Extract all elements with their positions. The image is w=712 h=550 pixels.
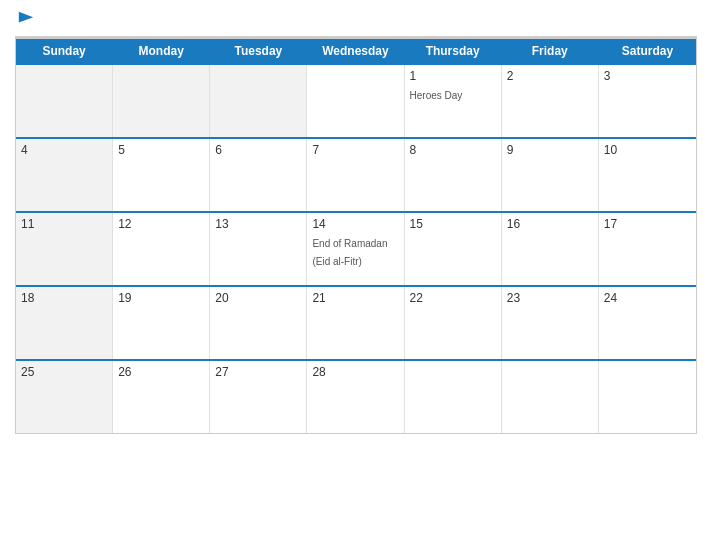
cal-cell: 13 (210, 213, 307, 285)
day-number: 5 (118, 143, 204, 157)
cal-cell: 19 (113, 287, 210, 359)
cal-cell (599, 361, 696, 433)
day-number: 18 (21, 291, 107, 305)
cal-cell: 5 (113, 139, 210, 211)
header-thursday: Thursday (405, 39, 502, 63)
week-row-4: 25262728 (16, 359, 696, 433)
cal-cell: 23 (502, 287, 599, 359)
cal-cell: 26 (113, 361, 210, 433)
week-row-3: 18192021222324 (16, 285, 696, 359)
day-number: 12 (118, 217, 204, 231)
logo (15, 10, 35, 28)
day-number: 13 (215, 217, 301, 231)
day-number: 19 (118, 291, 204, 305)
cal-cell: 9 (502, 139, 599, 211)
header-tuesday: Tuesday (210, 39, 307, 63)
day-number: 8 (410, 143, 496, 157)
calendar-body: 1Heroes Day234567891011121314End of Rama… (16, 63, 696, 433)
cal-cell: 27 (210, 361, 307, 433)
day-number: 15 (410, 217, 496, 231)
day-number: 26 (118, 365, 204, 379)
header-wednesday: Wednesday (307, 39, 404, 63)
day-number: 14 (312, 217, 398, 231)
day-number: 24 (604, 291, 691, 305)
holiday-label: End of Ramadan (Eid al-Fitr) (312, 238, 387, 267)
cal-cell (210, 65, 307, 137)
day-number: 27 (215, 365, 301, 379)
day-number: 10 (604, 143, 691, 157)
day-number: 7 (312, 143, 398, 157)
cal-cell: 6 (210, 139, 307, 211)
week-row-0: 1Heroes Day23 (16, 63, 696, 137)
cal-cell: 16 (502, 213, 599, 285)
cal-cell: 4 (16, 139, 113, 211)
day-number: 23 (507, 291, 593, 305)
cal-cell: 14End of Ramadan (Eid al-Fitr) (307, 213, 404, 285)
day-number: 16 (507, 217, 593, 231)
cal-cell (113, 65, 210, 137)
cal-cell: 15 (405, 213, 502, 285)
day-number: 21 (312, 291, 398, 305)
day-number: 17 (604, 217, 691, 231)
day-number: 2 (507, 69, 593, 83)
day-number: 1 (410, 69, 496, 83)
header-saturday: Saturday (599, 39, 696, 63)
week-row-2: 11121314End of Ramadan (Eid al-Fitr)1516… (16, 211, 696, 285)
cal-cell: 11 (16, 213, 113, 285)
cal-cell (502, 361, 599, 433)
cal-cell: 8 (405, 139, 502, 211)
header-sunday: Sunday (16, 39, 113, 63)
day-number: 6 (215, 143, 301, 157)
cal-cell: 25 (16, 361, 113, 433)
logo-flag-icon (17, 10, 35, 28)
cal-cell: 3 (599, 65, 696, 137)
day-number: 3 (604, 69, 691, 83)
cal-cell: 2 (502, 65, 599, 137)
header-monday: Monday (113, 39, 210, 63)
day-number: 22 (410, 291, 496, 305)
cal-cell (405, 361, 502, 433)
day-number: 9 (507, 143, 593, 157)
day-number: 20 (215, 291, 301, 305)
day-number: 4 (21, 143, 107, 157)
header-friday: Friday (502, 39, 599, 63)
cal-cell: 24 (599, 287, 696, 359)
day-number: 11 (21, 217, 107, 231)
cal-cell: 28 (307, 361, 404, 433)
calendar-page: Sunday Monday Tuesday Wednesday Thursday… (0, 0, 712, 550)
week-row-1: 45678910 (16, 137, 696, 211)
cal-cell (16, 65, 113, 137)
day-number: 28 (312, 365, 398, 379)
cal-cell: 18 (16, 287, 113, 359)
calendar-grid: Sunday Monday Tuesday Wednesday Thursday… (15, 38, 697, 434)
header (15, 10, 697, 28)
svg-marker-0 (19, 12, 33, 23)
cal-cell: 21 (307, 287, 404, 359)
weekday-header-row: Sunday Monday Tuesday Wednesday Thursday… (16, 39, 696, 63)
cal-cell: 7 (307, 139, 404, 211)
cal-cell: 22 (405, 287, 502, 359)
day-number: 25 (21, 365, 107, 379)
holiday-label: Heroes Day (410, 90, 463, 101)
cal-cell: 12 (113, 213, 210, 285)
cal-cell: 10 (599, 139, 696, 211)
cal-cell: 17 (599, 213, 696, 285)
cal-cell (307, 65, 404, 137)
cal-cell: 20 (210, 287, 307, 359)
cal-cell: 1Heroes Day (405, 65, 502, 137)
